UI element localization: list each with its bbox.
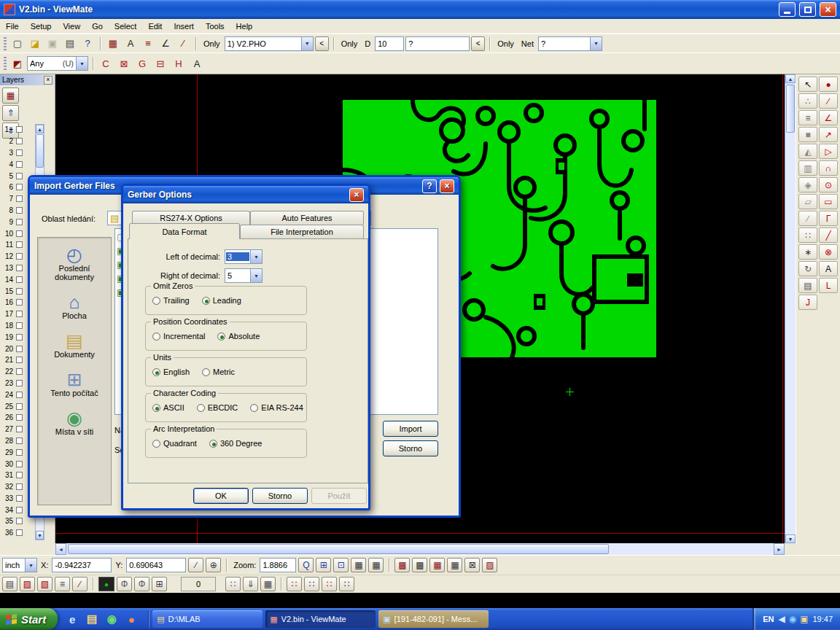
step-grid-icon[interactable]: ▦ — [260, 577, 276, 591]
arrow-tool-icon[interactable]: ↗ — [819, 127, 838, 142]
ruler-icon[interactable]: ∕ — [175, 36, 191, 51]
layer-visibility-box[interactable] — [16, 207, 23, 214]
layer-visibility-box[interactable] — [16, 357, 23, 363]
dcode-input[interactable] — [375, 36, 404, 51]
layer-visibility-box[interactable] — [16, 195, 23, 202]
horizontal-scrollbar[interactable]: ◄ ► — [55, 543, 785, 555]
fill-tool-icon[interactable]: ■ — [798, 127, 817, 142]
zoom-select-icon[interactable]: Q — [298, 558, 314, 572]
layer-visibility-box[interactable] — [16, 138, 23, 144]
close-button[interactable]: × — [440, 179, 454, 193]
layer-visibility-box[interactable] — [16, 288, 23, 295]
scroll-down-icon[interactable]: ▼ — [36, 531, 44, 540]
pad-cross-icon[interactable]: ⊠ — [464, 558, 480, 572]
menu-view[interactable]: View — [57, 20, 86, 32]
chevron-down-icon[interactable]: ▼ — [590, 37, 602, 50]
units-combo[interactable]: inch ▼ — [2, 558, 37, 572]
only-net-label[interactable]: Only — [494, 39, 517, 48]
scroll-left-icon[interactable]: ◄ — [55, 543, 66, 555]
layer-row[interactable]: 36 — [1, 527, 34, 539]
corner-tool-icon[interactable]: Γ — [819, 211, 838, 226]
layer-up-icon[interactable]: ⇑ — [2, 105, 19, 121]
place-documents[interactable]: ▤Dokumenty — [39, 331, 109, 359]
scroll-down-icon[interactable]: ▼ — [785, 534, 796, 543]
tab-data-format[interactable]: Data Format — [129, 223, 240, 239]
dot-grid-icon[interactable]: ∷ — [225, 577, 241, 591]
radio-trailing[interactable]: Trailing — [152, 296, 190, 305]
angle-line-tool-icon[interactable]: ∠ — [819, 110, 838, 125]
x-coordinate-input[interactable] — [52, 558, 112, 572]
layer-visibility-box[interactable] — [16, 253, 23, 260]
dcode-filter-input[interactable] — [405, 36, 470, 51]
layer-visibility-box[interactable] — [16, 461, 23, 467]
layer-visibility-box[interactable] — [16, 380, 23, 386]
radio-incremental[interactable]: Incremental — [152, 332, 205, 341]
import-button[interactable]: Import — [383, 421, 438, 437]
layer-visibility-box[interactable] — [16, 173, 23, 179]
tray-chevron-icon[interactable]: ◀ — [778, 614, 785, 624]
layer-visibility-box[interactable] — [16, 149, 23, 156]
select-gerber-icon[interactable]: G — [134, 56, 150, 71]
layer-visibility-box[interactable] — [16, 368, 23, 375]
dashed-tool-icon[interactable]: ≡ — [798, 110, 817, 125]
layers-tool-icon[interactable]: ▤ — [798, 278, 817, 293]
slash-tool-icon[interactable]: ∕ — [798, 211, 817, 226]
previous-dcode-button[interactable]: < — [471, 36, 485, 51]
select-dots-icon[interactable]: ∴ — [798, 93, 817, 109]
select-traces-icon[interactable]: ⊟ — [152, 56, 168, 71]
scrollbar-thumb[interactable] — [786, 85, 795, 133]
open-folder-icon[interactable]: ◪ — [27, 36, 43, 51]
radio-ascii[interactable]: ASCII — [152, 403, 184, 412]
layer-visibility-box[interactable] — [16, 426, 23, 432]
place-network[interactable]: ◉Místa v síti — [39, 408, 109, 436]
selection-mode-icon[interactable]: ◩ — [9, 56, 26, 71]
layer-visibility-box[interactable] — [16, 507, 23, 513]
only-layer-label[interactable]: Only — [201, 39, 223, 48]
select-component-icon[interactable]: C — [98, 56, 114, 71]
pencil-tool-icon[interactable]: ╱ — [819, 228, 838, 243]
task-messenger[interactable]: ▣[191-482-091] - Mess... — [378, 610, 489, 628]
firefox-icon[interactable]: ● — [123, 611, 139, 627]
layer-visibility-box[interactable] — [16, 126, 23, 133]
radio-360-degree[interactable]: 360 Degree — [209, 439, 262, 448]
sel-pattern-red2-icon[interactable]: ∷ — [322, 577, 337, 591]
layer-visibility-box[interactable] — [16, 346, 23, 352]
aperture-bars-icon[interactable]: ≡ — [140, 36, 156, 51]
new-file-icon[interactable]: ▢ — [9, 36, 26, 51]
chevron-down-icon[interactable]: ▼ — [25, 559, 36, 572]
status-light-icon[interactable]: ● — [98, 577, 114, 591]
rect-tool-icon[interactable]: ▭ — [819, 194, 838, 209]
layer-row[interactable]: 4 — [1, 158, 34, 170]
origin-icon[interactable]: ⊕ — [206, 558, 221, 572]
polygon-tool-icon[interactable]: ▷ — [819, 144, 838, 159]
start-button[interactable]: Start — [0, 608, 58, 630]
task-viewmate[interactable]: ▦V2.bin - ViewMate — [265, 610, 376, 628]
clip-red-icon[interactable]: ▧ — [37, 577, 52, 591]
chevron-down-icon[interactable]: ▼ — [76, 57, 88, 70]
layer-row[interactable]: 1+ — [1, 124, 34, 136]
dimension-icon[interactable]: ∠ — [158, 36, 174, 51]
text-tool-icon[interactable]: A — [819, 261, 838, 276]
layer-visibility-box[interactable] — [16, 161, 23, 168]
menu-edit[interactable]: Edit — [142, 20, 168, 32]
sel-pattern-red-icon[interactable]: ∷ — [287, 577, 302, 591]
scroll-right-icon[interactable]: ► — [774, 543, 785, 555]
ie-icon[interactable]: e — [64, 611, 80, 627]
close-button[interactable]: × — [820, 2, 836, 17]
layer-visibility-box[interactable] — [16, 518, 23, 524]
print-icon[interactable]: ▤ — [62, 36, 78, 51]
l-shape-tool-icon[interactable]: L — [819, 278, 838, 293]
grid-fine-icon[interactable]: ▦ — [351, 558, 366, 572]
layer-visibility-box[interactable] — [16, 334, 23, 341]
layer-visibility-box[interactable] — [16, 392, 23, 398]
menu-insert[interactable]: Insert — [168, 20, 200, 32]
help-button[interactable]: ? — [422, 179, 437, 193]
pad-mix-icon[interactable]: ▨ — [482, 558, 497, 572]
layer-row[interactable]: 3 — [1, 147, 34, 159]
layer-visibility-box[interactable] — [16, 414, 23, 421]
menu-file[interactable]: File — [0, 20, 25, 32]
layer-visibility-box[interactable] — [16, 265, 23, 271]
layer-visibility-box[interactable] — [16, 403, 23, 410]
sel-pattern-dark2-icon[interactable]: ∷ — [339, 577, 354, 591]
net-combo[interactable]: ? ▼ — [538, 36, 602, 51]
